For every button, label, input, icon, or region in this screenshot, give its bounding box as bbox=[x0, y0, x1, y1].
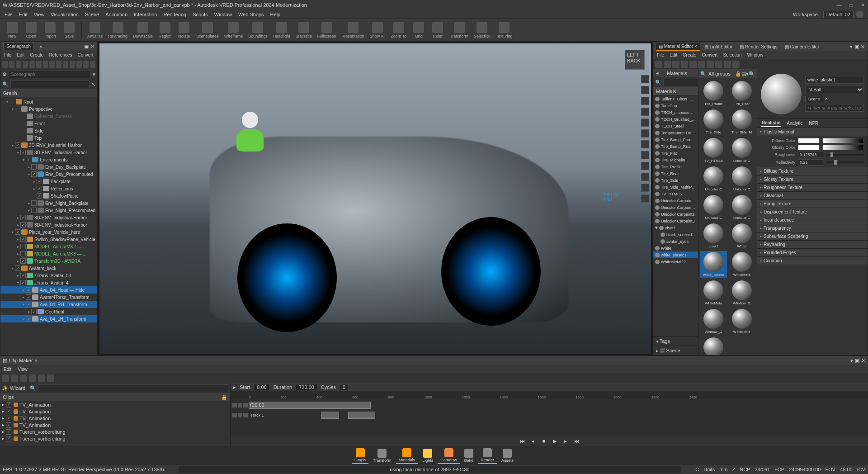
eye-icon[interactable] bbox=[238, 413, 242, 417]
workspace-value[interactable]: Default_02 bbox=[823, 11, 854, 18]
material-ball[interactable]: Wing_front bbox=[700, 337, 727, 355]
tool-open[interactable]: Open bbox=[23, 21, 40, 39]
visibility-checkbox[interactable]: ✓ bbox=[6, 416, 11, 421]
tree-node[interactable]: ▾✓Env_Day_Precomputed bbox=[0, 171, 97, 178]
menu-rendering[interactable]: Rendering bbox=[160, 11, 189, 18]
quick-graph[interactable]: Graph bbox=[352, 447, 368, 464]
timeline-block[interactable] bbox=[321, 412, 339, 419]
sg-tool-10[interactable] bbox=[70, 61, 75, 68]
menu-interaction[interactable]: Interaction bbox=[131, 11, 160, 18]
close-button[interactable]: ✕ bbox=[860, 2, 865, 8]
step-back-icon[interactable]: ◂ bbox=[529, 437, 537, 445]
sg-sec-icon-3[interactable] bbox=[76, 90, 82, 95]
visibility-checkbox[interactable] bbox=[31, 208, 37, 213]
start-value[interactable]: 0.00 bbox=[254, 384, 269, 390]
sg-tool-12[interactable] bbox=[83, 61, 89, 68]
undock-icon[interactable]: ▣ bbox=[854, 44, 859, 50]
sg-sec-icon-5[interactable] bbox=[89, 90, 94, 95]
vp-tool-9[interactable] bbox=[641, 173, 649, 181]
tool-headlight[interactable]: Headlight bbox=[271, 21, 292, 39]
loop-icon[interactable] bbox=[243, 413, 248, 417]
sg-menu-file[interactable]: File bbox=[2, 52, 13, 58]
tree-node[interactable]: ▾Root bbox=[0, 98, 97, 105]
tool-antialias[interactable]: Antialias bbox=[85, 21, 104, 39]
tree-node[interactable]: ▸✓Switch_ShadowPlane_Vehicle bbox=[0, 236, 97, 243]
tab-render-settings[interactable]: ▤ Render Settings bbox=[737, 43, 780, 50]
tool-fullscreen[interactable]: Fullscreen bbox=[316, 21, 338, 39]
visibility-checkbox[interactable]: ✓ bbox=[6, 409, 11, 414]
tree-node[interactable]: ▸✓3D-ENV_Industrial-Harbor bbox=[0, 214, 97, 221]
material-ball[interactable]: white_plastic bbox=[700, 251, 727, 278]
tree-node[interactable]: ▸✓GeoRight bbox=[0, 308, 97, 315]
vp-tool-5[interactable] bbox=[641, 129, 649, 137]
roughness-input[interactable] bbox=[798, 152, 823, 158]
section-glossy-texture[interactable]: Glossy Texture bbox=[757, 175, 868, 184]
visibility-checkbox[interactable]: ✓ bbox=[6, 436, 11, 441]
visibility-checkbox[interactable]: ✓ bbox=[37, 186, 42, 191]
tool-downscale[interactable]: Downscale bbox=[131, 21, 155, 39]
loop-icon[interactable] bbox=[243, 403, 248, 408]
material-ball[interactable]: visor1 bbox=[700, 223, 727, 249]
tool-raytracing[interactable]: Raytracing bbox=[106, 21, 129, 39]
menu-icon[interactable]: ▾ bbox=[850, 44, 853, 50]
tree-node[interactable]: ▸✓Reflections bbox=[0, 185, 97, 192]
menu-edit[interactable]: Edit bbox=[16, 11, 30, 18]
mat-tool-6[interactable] bbox=[707, 61, 714, 68]
material-row[interactable]: TankCap bbox=[653, 102, 698, 109]
mat-tool-4[interactable] bbox=[689, 61, 697, 68]
section-transparency[interactable]: Transparency bbox=[757, 224, 868, 232]
skip-end-icon[interactable]: ⏭ bbox=[573, 437, 580, 445]
tool-transform[interactable]: Transform bbox=[448, 21, 470, 39]
mat-menu-convert[interactable]: Convert bbox=[700, 52, 719, 58]
quick-cameras[interactable]: Cameras bbox=[438, 447, 460, 464]
mat-menu-edit[interactable]: Edit bbox=[668, 52, 679, 58]
material-ball[interactable]: Window_G bbox=[700, 308, 727, 335]
visibility-checkbox[interactable]: ✓ bbox=[20, 258, 26, 264]
remove-tag-icon[interactable]: × bbox=[825, 96, 828, 102]
tree-node[interactable]: ▸✓Backplate bbox=[0, 178, 97, 185]
visibility-checkbox[interactable]: ✓ bbox=[6, 402, 11, 408]
material-ball[interactable]: Tire_Rear bbox=[729, 80, 755, 107]
search-icon[interactable]: 🔍 bbox=[2, 81, 9, 87]
mat-tool-0[interactable] bbox=[655, 61, 662, 68]
quick-transform[interactable]: Transform bbox=[370, 448, 394, 464]
search-icon[interactable]: 🔍 bbox=[30, 385, 36, 391]
tool-save[interactable]: Save bbox=[61, 21, 78, 39]
menu-help[interactable]: Help bbox=[268, 11, 283, 18]
tree-node[interactable]: ▾✓Environments bbox=[0, 156, 97, 163]
timeline-block[interactable]: 720.00 bbox=[249, 402, 371, 409]
menu-window[interactable]: Window bbox=[212, 11, 235, 18]
mat-tool-2[interactable] bbox=[672, 61, 679, 68]
sg-sec-icon-0[interactable] bbox=[57, 90, 63, 95]
material-type-select[interactable]: V-Ball bbox=[805, 85, 864, 94]
material-ball[interactable]: Window_G bbox=[729, 280, 755, 306]
tree-node[interactable]: ▸✓Avatar4Torso_Transform bbox=[0, 294, 97, 301]
clip-row[interactable]: ▸✓TV_Animation bbox=[0, 415, 230, 422]
vp-tool-10[interactable] bbox=[641, 184, 649, 192]
prop-tab-npr[interactable]: NPR bbox=[808, 120, 819, 127]
material-ball[interactable]: WhiteMeta bbox=[729, 251, 755, 278]
quick-bake[interactable]: Bake bbox=[462, 448, 476, 464]
lock-icon[interactable] bbox=[232, 413, 237, 417]
sg-sec-icon-2[interactable] bbox=[70, 90, 75, 95]
material-row[interactable]: White bbox=[653, 245, 698, 251]
section-incandescence[interactable]: Incandescence bbox=[757, 216, 868, 224]
clip-row[interactable]: ▸✓Tueren_vorbereitung bbox=[0, 435, 230, 442]
prop-tab-analytic[interactable]: Analytic bbox=[786, 120, 803, 127]
vp-tool-4[interactable] bbox=[641, 118, 649, 127]
visibility-checkbox[interactable]: ✓ bbox=[26, 302, 31, 307]
clip-tool-2[interactable] bbox=[20, 374, 27, 382]
sg-tool-5[interactable] bbox=[36, 61, 42, 68]
tree-node[interactable]: ▾✓Place_your_Vehicle_here bbox=[0, 228, 97, 236]
material-grid[interactable]: Tire_ProfileTire_RearTire_SideTire_Side_… bbox=[698, 78, 757, 355]
mat-tool-7[interactable] bbox=[715, 61, 722, 68]
lock-icon[interactable] bbox=[232, 403, 237, 408]
diffuse-ramp[interactable] bbox=[822, 138, 864, 143]
sg-tool-0[interactable] bbox=[2, 61, 8, 68]
tool-selection[interactable]: Selection bbox=[472, 21, 492, 39]
tool-region[interactable]: Region bbox=[156, 21, 174, 39]
clip-tool-1[interactable] bbox=[11, 374, 18, 382]
menu-webshops[interactable]: Web Shops bbox=[236, 11, 267, 18]
minimize-button[interactable]: — bbox=[836, 2, 842, 8]
visibility-checkbox[interactable]: ✓ bbox=[31, 171, 37, 177]
